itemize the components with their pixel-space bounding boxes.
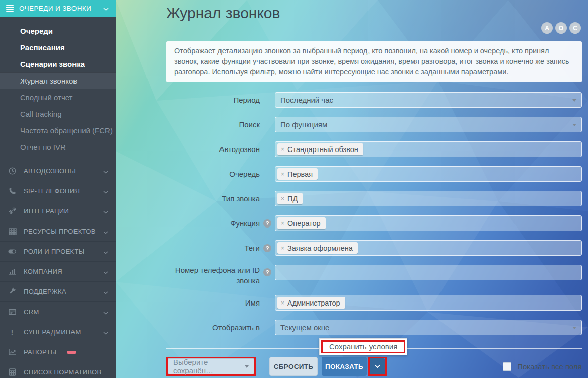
sidebar-item-roles-and-projects[interactable]: РОЛИ И ПРОЕКТЫ bbox=[0, 241, 116, 261]
chevron-down-icon bbox=[572, 99, 576, 102]
saved-filter-placeholder: Выберите сохранён… bbox=[173, 358, 242, 375]
search-mode-value: По функциям bbox=[280, 120, 327, 129]
form-row-function: Функция ? ×Оператор bbox=[166, 215, 582, 231]
name-input[interactable]: ×Администратор bbox=[275, 295, 582, 311]
sidebar-item-superadmin[interactable]: ! СУПЕРАДМИНАМ bbox=[0, 322, 116, 342]
chevron-down-icon[interactable] bbox=[103, 167, 108, 176]
display-in-select[interactable]: Текущем окне bbox=[275, 320, 582, 335]
form-row-call-type: Тип звонка ×ПД bbox=[166, 191, 582, 206]
chevron-down-icon[interactable] bbox=[103, 4, 109, 13]
save-conditions-menu-item[interactable]: Сохранить условия bbox=[321, 340, 405, 353]
tags-label: Теги bbox=[166, 243, 260, 253]
show-all-fields-checkbox[interactable]: Показать все поля bbox=[503, 357, 582, 376]
phone-input[interactable] bbox=[275, 265, 582, 280]
save-conditions-popup: Сохранить условия bbox=[319, 338, 407, 355]
call-type-tag: ×ПД bbox=[277, 193, 303, 204]
list-icon bbox=[6, 5, 14, 12]
chevron-down-icon[interactable] bbox=[103, 187, 108, 196]
sidebar-item-fcr[interactable]: Частота обращений (FCR) bbox=[0, 122, 116, 139]
form-row-search: Поиск По функциям bbox=[166, 117, 582, 132]
gears-icon bbox=[7, 207, 17, 215]
page-title: Журнал звонков bbox=[166, 5, 582, 22]
show-dropdown-button[interactable] bbox=[370, 358, 385, 374]
sidebar-item-company[interactable]: КОМПАНИЯ bbox=[0, 261, 116, 281]
sidebar-item-call-log[interactable]: Журнал звонков bbox=[0, 72, 116, 89]
form-row-autodial: Автодозвон ×Стандартный обзвон bbox=[166, 141, 582, 157]
queue-label: Очередь bbox=[166, 169, 260, 179]
chevron-down-icon[interactable] bbox=[103, 308, 108, 317]
call-type-label: Тип звонка bbox=[166, 193, 260, 204]
function-label: Функция bbox=[166, 218, 260, 229]
tags-tag: ×Заявка оформлена bbox=[277, 242, 358, 254]
show-all-fields-label: Показать все поля bbox=[517, 362, 582, 371]
sidebar-item-project-resources[interactable]: РЕСУРСЫ ПРОЕКТОВ bbox=[0, 221, 116, 241]
toggle-icon bbox=[7, 247, 17, 256]
period-value: Последний час bbox=[280, 96, 333, 104]
autodial-input[interactable]: ×Стандартный обзвон bbox=[275, 141, 582, 157]
saved-filter-annotation: Выберите сохранён… bbox=[166, 357, 256, 376]
help-icon[interactable]: ? bbox=[263, 244, 271, 252]
period-select[interactable]: Последний час bbox=[275, 92, 582, 108]
sidebar-item-reports[interactable]: РАПОРТЫ bbox=[0, 342, 116, 362]
chevron-down-icon[interactable] bbox=[103, 287, 108, 296]
tags-input[interactable]: ×Заявка оформлена bbox=[275, 240, 582, 256]
help-icon[interactable]: ? bbox=[263, 219, 271, 228]
function-input[interactable]: ×Оператор bbox=[275, 215, 582, 231]
sidebar-item-sip-telephony[interactable]: SIP-ТЕЛЕФОНИЯ bbox=[0, 181, 116, 201]
chevron-down-icon[interactable] bbox=[103, 207, 108, 216]
clock-icon bbox=[7, 167, 17, 175]
line-chart-icon bbox=[7, 348, 17, 356]
reset-button[interactable]: СБРОСИТЬ bbox=[269, 357, 318, 376]
queue-input[interactable]: ×Первая bbox=[275, 166, 582, 182]
remove-tag-icon[interactable]: × bbox=[281, 245, 284, 251]
sidebar-item-standards-list[interactable]: СПИСОК НОРМАТИВОВ bbox=[0, 362, 116, 378]
sidebar-item-queues-and-calls[interactable]: ОЧЕРЕДИ И ЗВОНКИ bbox=[0, 0, 116, 17]
sidebar-item-autodialers[interactable]: АВТОДОЗВОНЫ bbox=[0, 161, 116, 181]
queue-tag: ×Первая bbox=[277, 168, 318, 180]
autodial-label: Автодозвон bbox=[166, 144, 260, 155]
step-a-badge: А bbox=[541, 22, 553, 34]
sidebar-item-integrations[interactable]: ИНТЕГРАЦИИ bbox=[0, 201, 116, 221]
chevron-down-icon[interactable] bbox=[103, 267, 108, 276]
remove-tag-icon[interactable]: × bbox=[281, 220, 284, 226]
remove-tag-icon[interactable]: × bbox=[281, 300, 284, 306]
search-label: Поиск bbox=[166, 119, 260, 130]
checkbox-icon[interactable] bbox=[503, 362, 511, 371]
remove-tag-icon[interactable]: × bbox=[281, 171, 284, 177]
form-row-tags: Теги ? ×Заявка оформлена bbox=[166, 240, 582, 256]
help-icon[interactable]: ? bbox=[263, 268, 271, 276]
form-footer: Выберите сохранён… СБРОСИТЬ Сохранить ус… bbox=[166, 357, 582, 376]
sidebar-item-support[interactable]: ПОДДЕРЖКА bbox=[0, 281, 116, 301]
chevron-down-icon[interactable] bbox=[103, 247, 108, 256]
sidebar-item-summary-report[interactable]: Сводный отчет bbox=[0, 89, 116, 106]
sidebar-item-ivr-report[interactable]: Отчет по IVR bbox=[0, 139, 116, 156]
app-window: ОЧЕРЕДИ И ЗВОНКИ Очереди Расписания Сцен… bbox=[0, 0, 588, 378]
sidebar-item-call-tracking[interactable]: Call tracking bbox=[0, 106, 116, 122]
search-mode-select[interactable]: По функциям bbox=[275, 117, 582, 132]
progress-steps: А О С bbox=[541, 22, 581, 34]
filter-form: Период Последний час Поиск По функциям bbox=[166, 92, 582, 335]
call-type-input[interactable]: ×ПД bbox=[275, 191, 582, 206]
sidebar: ОЧЕРЕДИ И ЗВОНКИ Очереди Расписания Сцен… bbox=[0, 0, 116, 378]
chevron-down-icon bbox=[572, 124, 576, 126]
sidebar-item-queues[interactable]: Очереди bbox=[0, 23, 116, 39]
form-row-name: Имя ×Администратор bbox=[166, 295, 582, 311]
show-button[interactable]: ПОКАЗАТЬ bbox=[322, 357, 367, 376]
chevron-down-icon[interactable] bbox=[103, 328, 108, 337]
remove-tag-icon[interactable]: × bbox=[281, 196, 284, 202]
sidebar-item-crm[interactable]: CRM bbox=[0, 301, 116, 322]
page-header: Журнал звонков А О С bbox=[166, 0, 582, 28]
sidebar-item-schedules[interactable]: Расписания bbox=[0, 39, 116, 56]
chevron-down-icon[interactable] bbox=[103, 227, 108, 236]
form-row-phone: Номер телефона или ID звонка ? bbox=[166, 265, 582, 286]
sidebar-header-label: ОЧЕРЕДИ И ЗВОНКИ bbox=[19, 5, 91, 12]
display-in-value: Текущем окне bbox=[280, 323, 329, 332]
grid-icon bbox=[7, 227, 17, 236]
sidebar-item-call-scenarios[interactable]: Сценарии звонка bbox=[0, 56, 116, 72]
saved-filter-select[interactable]: Выберите сохранён… bbox=[168, 358, 254, 374]
function-tag: ×Оператор bbox=[277, 217, 326, 229]
form-row-period: Период Последний час bbox=[166, 92, 582, 108]
main-area: Журнал звонков А О С Отображает детализа… bbox=[116, 0, 588, 378]
remove-tag-icon[interactable]: × bbox=[281, 146, 284, 153]
autodial-tag: ×Стандартный обзвон bbox=[277, 143, 363, 155]
